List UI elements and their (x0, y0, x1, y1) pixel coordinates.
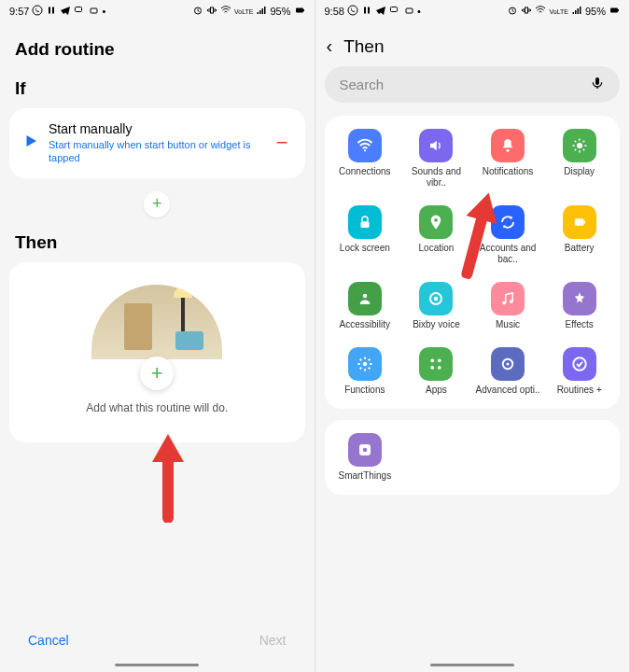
grid-item-pin[interactable]: Location (401, 205, 471, 265)
grid-item-music[interactable]: Music (473, 282, 543, 330)
wifi-icon (535, 5, 546, 18)
telegram-icon (375, 5, 386, 18)
back-button[interactable]: ‹ (327, 35, 333, 57)
svg-rect-2 (52, 7, 54, 14)
smart-icon (348, 433, 382, 467)
advanced-icon (491, 347, 525, 381)
phone-right: 9:58 • VoLTE 95% ‹ Then Search Connectio… (315, 0, 631, 672)
page-title: Add routine (0, 22, 315, 71)
dot-icon: • (102, 6, 105, 17)
lock-icon (348, 205, 382, 239)
mic-icon[interactable] (590, 76, 605, 93)
add-then-button[interactable]: + (140, 357, 174, 390)
gear-icon (348, 347, 382, 381)
bell-icon (491, 129, 525, 162)
if-item-title: Start manually (49, 121, 263, 136)
remove-button[interactable]: − (273, 131, 292, 155)
lte-label: VoLTE (234, 8, 254, 15)
bottom-bar: Cancel Next (0, 633, 315, 648)
grid-item-check[interactable]: Routines + (544, 347, 614, 396)
sync-icon (491, 205, 525, 239)
grid-item-smart[interactable]: SmartThings (330, 433, 400, 482)
add-if-button[interactable]: + (144, 191, 170, 217)
grid-item-wifi[interactable]: Connections (330, 129, 400, 189)
category-grid-card: ConnectionsSounds and vibr..Notification… (325, 116, 621, 409)
chat-icon (74, 5, 85, 18)
grid-item-apps[interactable]: Apps (401, 347, 471, 396)
svg-point-0 (33, 6, 42, 15)
pause-icon (46, 5, 57, 18)
svg-rect-8 (303, 9, 304, 11)
svg-point-34 (431, 366, 435, 370)
music-icon (491, 282, 525, 315)
svg-point-29 (502, 301, 506, 305)
grid-item-effects[interactable]: Effects (544, 282, 614, 330)
battery-percent: 95% (585, 6, 606, 17)
svg-point-19 (364, 149, 366, 151)
grid-item-label: Sounds and vibr.. (403, 166, 469, 189)
status-time: 9:58 (325, 6, 344, 17)
grid-item-person[interactable]: Accessibility (330, 282, 400, 330)
svg-point-23 (435, 218, 439, 222)
then-hint: Add what this routine will do. (22, 401, 292, 414)
svg-rect-25 (583, 221, 585, 224)
svg-rect-10 (364, 7, 366, 14)
next-button[interactable]: Next (259, 633, 287, 648)
grid-item-bell[interactable]: Notifications (473, 129, 543, 189)
if-section-title: If (0, 71, 315, 108)
grid-item-gear[interactable]: Functions (330, 347, 400, 396)
signal-icon (571, 5, 582, 18)
grid-item-label: Bixby voice (413, 319, 460, 330)
sun-icon (563, 129, 596, 162)
grid-item-label: Accessibility (340, 319, 390, 330)
battery-icon (563, 205, 596, 239)
grid-item-label: Apps (426, 385, 447, 396)
bixby-icon (419, 282, 453, 315)
svg-rect-16 (610, 8, 618, 13)
grid-item-label: Location (419, 243, 455, 254)
grid-item-sound[interactable]: Sounds and vibr.. (401, 129, 471, 189)
then-card[interactable]: + Add what this routine will do. (9, 262, 305, 442)
svg-rect-22 (360, 221, 369, 228)
if-card[interactable]: Start manually Start manually when start… (9, 108, 305, 178)
svg-point-32 (431, 358, 435, 362)
pause-icon (361, 5, 372, 18)
grid-item-label: Battery (565, 243, 595, 254)
play-icon (22, 133, 39, 153)
grid-item-label: Effects (565, 319, 593, 330)
grid-item-battery[interactable]: Battery (544, 205, 614, 265)
vibrate-icon (521, 5, 532, 18)
alarm-icon (507, 5, 518, 18)
grid-item-sync[interactable]: Accounts and bac.. (473, 205, 543, 265)
lte-label: VoLTE (549, 8, 568, 15)
grid-item-sun[interactable]: Display (544, 129, 614, 189)
grid-item-label: Music (496, 319, 520, 330)
chat2-icon (403, 5, 414, 18)
signal-icon (256, 5, 267, 18)
grid-item-lock[interactable]: Lock screen (330, 205, 400, 265)
then-section-title: Then (0, 225, 315, 262)
grid-item-advanced[interactable]: Advanced opti.. (473, 347, 543, 396)
header-title: Then (343, 36, 384, 57)
search-bar[interactable]: Search (325, 66, 621, 103)
svg-rect-13 (406, 8, 413, 13)
svg-point-26 (363, 294, 368, 299)
grid-item-label: Advanced opti.. (476, 385, 540, 396)
grid-item-label: Accounts and bac.. (475, 243, 540, 265)
svg-point-33 (438, 358, 441, 362)
grid-item-bixby[interactable]: Bixby voice (401, 282, 471, 330)
telegram-icon (60, 5, 71, 18)
svg-rect-11 (368, 7, 370, 14)
alarm-icon (192, 5, 203, 18)
effects-icon (563, 282, 596, 315)
nav-indicator (115, 664, 199, 666)
grid-item-label: Functions (344, 385, 385, 396)
svg-point-21 (577, 143, 582, 148)
phone-left: 9:57 • VoLTE 95% Add routine If (0, 0, 315, 672)
grid-item-label: Connections (339, 166, 391, 177)
grid-item-label: Routines + (557, 385, 602, 396)
svg-rect-4 (91, 8, 97, 13)
status-bar: 9:58 • VoLTE 95% (315, 0, 630, 22)
svg-point-20 (507, 149, 510, 152)
cancel-button[interactable]: Cancel (28, 633, 69, 648)
